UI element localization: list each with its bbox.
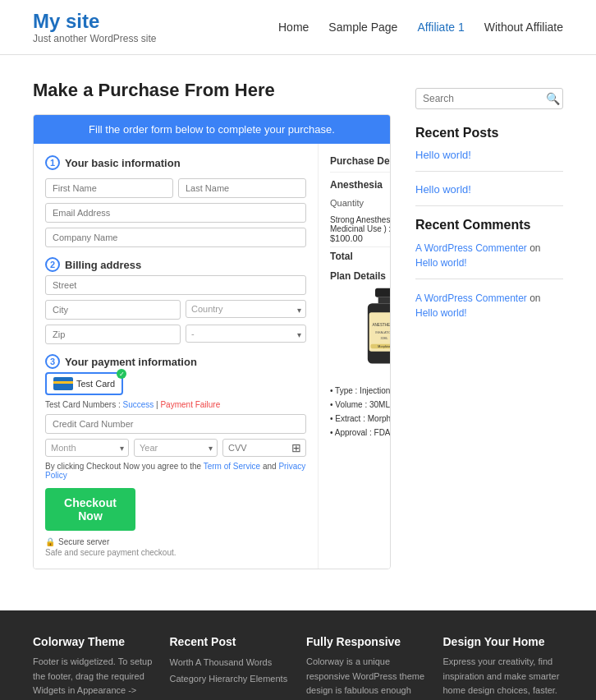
sidebar: 🔍 Recent Posts Hello world! Hello world!… bbox=[415, 80, 563, 569]
secure-subtext: Safe and secure payment checkout. bbox=[45, 548, 306, 557]
commenter-1-link[interactable]: A WordPress Commenter bbox=[415, 292, 527, 304]
comment-post-1-link[interactable]: Hello world! bbox=[415, 307, 467, 319]
page-title: Make a Purchase From Here bbox=[33, 80, 391, 101]
checkout-button[interactable]: Checkout Now bbox=[45, 488, 135, 531]
price-row: Strong Anesthesia 30 ML ( Medicinal Use … bbox=[330, 215, 391, 243]
site-title[interactable]: My site bbox=[33, 10, 157, 33]
success-link[interactable]: Success bbox=[122, 400, 154, 409]
site-tagline: Just another WordPress site bbox=[33, 33, 157, 44]
footer-widget-0-title: Colorway Theme bbox=[33, 635, 154, 648]
sidebar-comment-0: A WordPress Commenter on Hello world! bbox=[415, 241, 563, 270]
product-name: Strong Anesthesia 30 ML ( Medicinal Use … bbox=[330, 215, 391, 233]
details-section: Purchase Details Anesthesia Quantity 1 S… bbox=[319, 144, 391, 569]
month-select[interactable]: Month bbox=[45, 439, 129, 457]
content-area: Make a Purchase From Here Fill the order… bbox=[33, 80, 391, 569]
zip-input[interactable] bbox=[45, 325, 181, 344]
step2-label: Billing address bbox=[65, 259, 141, 271]
terms-link[interactable]: Term of Service bbox=[204, 462, 260, 471]
form-section: 1 Your basic information bbox=[34, 144, 319, 569]
footer-widget-1-title: Recent Post bbox=[170, 635, 291, 648]
step3-number: 3 bbox=[45, 354, 60, 369]
check-badge-icon: ✓ bbox=[117, 369, 126, 379]
quantity-row: Quantity 1 bbox=[330, 196, 391, 210]
quantity-label: Quantity bbox=[330, 198, 364, 208]
sidebar-post-1[interactable]: Hello world! bbox=[415, 183, 563, 196]
zip-row: - bbox=[45, 325, 306, 344]
product-bottle-image: ANESTHESIA INHALATION 30ML Morphine bbox=[351, 287, 391, 377]
nav-sample-page[interactable]: Sample Page bbox=[328, 21, 397, 34]
street-input[interactable] bbox=[45, 275, 306, 295]
city-input[interactable] bbox=[45, 300, 181, 320]
footer-widget-2-text: Colorway is a unique responsive WordPres… bbox=[306, 655, 427, 700]
cvv-wrap: ⊞ bbox=[222, 439, 306, 457]
total-row: Total $100.00 bbox=[330, 246, 391, 262]
footer-recent-post-0[interactable]: Worth A Thousand Words bbox=[170, 655, 291, 671]
card-number-row bbox=[45, 414, 306, 434]
spec-volume: • Volume : 30ML bbox=[330, 398, 391, 412]
svg-text:30ML: 30ML bbox=[380, 337, 387, 340]
month-wrap: Month bbox=[45, 439, 129, 457]
sidebar-comment-1: A WordPress Commenter on Hello world! bbox=[415, 291, 563, 320]
secure-note: 🔒 Secure server bbox=[45, 537, 306, 546]
footer-widget-3: Design Your Home Express your creativity… bbox=[443, 635, 564, 700]
search-input[interactable] bbox=[423, 93, 546, 104]
commenter-0-link[interactable]: A WordPress Commenter bbox=[415, 242, 527, 254]
divider-1 bbox=[415, 205, 563, 206]
first-name-input[interactable] bbox=[45, 178, 173, 198]
product-price: $100.00 bbox=[330, 233, 391, 243]
company-row bbox=[45, 228, 306, 247]
spec-extract: • Extract : Morphine bbox=[330, 412, 391, 426]
svg-rect-0 bbox=[375, 288, 391, 297]
nav-without-affiliate[interactable]: Without Affiliate bbox=[484, 21, 563, 34]
country-select[interactable]: Country bbox=[186, 300, 306, 318]
country-wrap: Country bbox=[186, 300, 306, 320]
purchase-box-header: Fill the order form below to complete yo… bbox=[34, 115, 390, 144]
spec-type: • Type : Injection bbox=[330, 384, 391, 398]
recent-comments-title: Recent Comments bbox=[415, 218, 563, 233]
purchase-box-body: 1 Your basic information bbox=[34, 144, 390, 569]
last-name-input[interactable] bbox=[178, 178, 306, 198]
credit-card-icon bbox=[53, 377, 73, 390]
name-row bbox=[45, 178, 306, 198]
card-number-input[interactable] bbox=[45, 414, 306, 434]
company-input[interactable] bbox=[45, 228, 306, 247]
footer-recent-post-1[interactable]: Category Hierarchy Elements bbox=[170, 671, 291, 688]
dash-select[interactable]: - bbox=[186, 325, 306, 343]
footer-widget-1: Recent Post Worth A Thousand Words Categ… bbox=[170, 635, 291, 700]
secure-label: Secure server bbox=[58, 537, 109, 546]
payment-method-card[interactable]: Test Card ✓ bbox=[45, 372, 123, 395]
step2-heading: 2 Billing address bbox=[45, 257, 306, 272]
email-input[interactable] bbox=[45, 203, 306, 223]
city-country-row: Country bbox=[45, 300, 306, 320]
comment-post-0-link[interactable]: Hello world! bbox=[415, 257, 467, 269]
search-icon[interactable]: 🔍 bbox=[546, 92, 560, 105]
street-row bbox=[45, 275, 306, 295]
sidebar-post-0[interactable]: Hello world! bbox=[415, 149, 563, 161]
plan-specs: • Type : Injection • Volume : 30ML • Ext… bbox=[330, 384, 391, 440]
payment-failure-link[interactable]: Payment Failure bbox=[160, 400, 220, 409]
footer-widgets: Colorway Theme Footer is widgetized. To … bbox=[33, 635, 563, 700]
divider-0 bbox=[415, 171, 563, 172]
privacy-link[interactable]: Privacy Policy bbox=[45, 462, 305, 480]
recent-posts-title: Recent Posts bbox=[415, 126, 563, 140]
test-card-label: Test Card Numbers : bbox=[45, 400, 121, 409]
nav-affiliate1[interactable]: Affiliate 1 bbox=[417, 21, 464, 34]
footer-widget-0-text: Footer is widgetized. To setup the foote… bbox=[33, 655, 154, 700]
step3-heading: 3 Your payment information bbox=[45, 354, 306, 369]
footer-widget-3-text: Express your creativity, find inspiratio… bbox=[443, 655, 564, 698]
footer-widget-3-title: Design Your Home bbox=[443, 635, 564, 648]
site-branding: My site Just another WordPress site bbox=[33, 10, 157, 44]
svg-text:INHALATION: INHALATION bbox=[375, 331, 391, 334]
year-select[interactable]: Year bbox=[134, 439, 218, 457]
drug-name: Anesthesia bbox=[330, 179, 391, 191]
footer-widget-2: Fully Responsive Colorway is a unique re… bbox=[306, 635, 427, 700]
plan-details-heading: Plan Details bbox=[330, 270, 391, 282]
email-row bbox=[45, 203, 306, 223]
site-header: My site Just another WordPress site Home… bbox=[0, 0, 596, 55]
lock-icon: 🔒 bbox=[45, 537, 55, 546]
nav-home[interactable]: Home bbox=[278, 21, 309, 34]
step3-label: Your payment information bbox=[65, 356, 197, 368]
step1-number: 1 bbox=[45, 155, 60, 170]
total-label: Total bbox=[330, 251, 353, 262]
dash-wrap: - bbox=[186, 325, 306, 344]
